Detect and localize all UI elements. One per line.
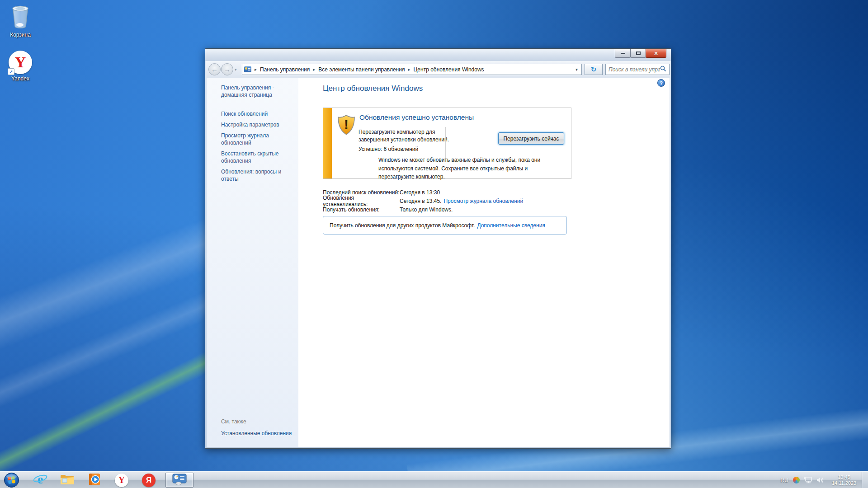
recent-pages-dropdown[interactable]: ▾ [235, 67, 237, 72]
desktop-icon-label: Корзина [0, 32, 41, 38]
sidebar-item-control-panel-home[interactable]: Панель управления - домашняя страница [221, 84, 292, 99]
main-pane: ? Центр обновления Windows ! Обновлен [298, 78, 670, 447]
learn-more-link[interactable]: Дополнительные сведения [477, 222, 545, 229]
refresh-icon: ↻ [591, 66, 597, 74]
taskbar: e [0, 471, 868, 488]
sidebar-item-update-history[interactable]: Просмотр журнала обновлений [221, 132, 292, 146]
update-status-panel: ! Обновления успешно установлены Перезаг… [323, 108, 571, 179]
address-bar[interactable]: ▸ Панель управления ▸ Все элементы панел… [242, 64, 582, 75]
clock-time: 13:45 [828, 474, 860, 480]
minimize-icon [621, 53, 625, 54]
status-note: Windows не может обновить важные файлы и… [378, 156, 557, 181]
promo-text: Получить обновления для других продуктов… [330, 222, 475, 229]
info-row-receive: Получать обновления: Только для Windows. [323, 205, 523, 214]
status-stripe [323, 108, 332, 178]
page-title: Центр обновления Windows [323, 84, 423, 93]
window-titlebar[interactable] [205, 49, 671, 61]
sidebar-item-installed-updates[interactable]: Установленные обновления [221, 430, 292, 436]
update-history-link[interactable]: Просмотр журнала обновлений [443, 198, 523, 204]
show-desktop-button[interactable] [862, 472, 868, 488]
system-tray: RU 13:45 14.11.2023 [778, 472, 868, 488]
desktop-icon-recycle-bin[interactable]: Корзина [0, 4, 41, 38]
folder-icon [60, 474, 75, 487]
svg-text:e: e [38, 472, 43, 486]
yandex-start-icon: Я [142, 474, 156, 487]
forward-button[interactable]: → [221, 63, 233, 75]
status-title: Обновления успешно установлены [359, 113, 474, 122]
taskbar-control-panel-active[interactable] [165, 473, 193, 488]
media-player-icon [88, 473, 101, 488]
desktop-icon-label: Yandex [0, 75, 41, 82]
sidebar: Панель управления - домашняя страница По… [207, 78, 298, 447]
minimize-button[interactable] [615, 49, 631, 58]
info-row-installed: Обновления устанавливались: Сегодня в 13… [323, 197, 523, 205]
breadcrumb-all-items[interactable]: Все элементы панели управления [318, 66, 405, 73]
info-label: Получать обновления: [323, 206, 400, 213]
address-dropdown-icon[interactable]: ▾ [574, 67, 580, 72]
yandex-letter: Y [118, 475, 125, 485]
taskbar-media-player[interactable] [85, 473, 104, 487]
language-indicator[interactable]: RU [778, 477, 791, 483]
security-shield-icon: ! [337, 114, 355, 137]
taskbar-yandex-start[interactable]: Я [139, 473, 158, 487]
recycle-bin-icon [9, 24, 31, 30]
restart-now-button[interactable]: Перезагрузить сейчас [498, 132, 564, 145]
search-input[interactable] [609, 66, 660, 73]
control-panel-icon [244, 66, 251, 72]
forward-icon: → [224, 66, 231, 73]
taskbar-internet-explorer[interactable]: e [31, 473, 50, 487]
sidebar-item-faq[interactable]: Обновления: вопросы и ответы [221, 168, 292, 183]
search-icon [660, 66, 666, 73]
info-value: Сегодня в 13:45. [400, 198, 441, 204]
status-success-count: Успешно: 6 обновлений [359, 146, 418, 152]
maximize-button[interactable] [630, 49, 646, 58]
caption-buttons: × [615, 49, 666, 58]
see-also-header: См. также [221, 418, 246, 425]
search-box[interactable] [605, 64, 670, 75]
desktop-icon-yandex[interactable]: Y ➚ Yandex [0, 51, 41, 82]
taskbar-clock[interactable]: 13:45 14.11.2023 [828, 474, 860, 486]
yandex-letter: Y [15, 55, 26, 70]
yandex-icon: Y ➚ [9, 51, 32, 74]
control-panel-window-icon [172, 474, 187, 487]
sidebar-item-check-updates[interactable]: Поиск обновлений [221, 110, 292, 117]
taskbar-yandex-browser[interactable]: Y [112, 473, 131, 487]
desktop: Корзина Y ➚ Yandex × ← → ▾ ▸ Панель упра… [0, 0, 868, 488]
window-client-area: Панель управления - домашняя страница По… [207, 78, 670, 447]
breadcrumb-separator-icon: ▸ [310, 67, 318, 72]
maximize-icon [636, 52, 641, 55]
breadcrumb-separator-icon: ▸ [405, 67, 413, 72]
breadcrumb-windows-update[interactable]: Центр обновления Windows [413, 66, 484, 73]
refresh-button[interactable]: ↻ [585, 64, 603, 75]
yandex-browser-icon: Y [115, 474, 128, 487]
info-value: Только для Windows. [400, 206, 453, 213]
navigation-toolbar: ← → ▾ ▸ Панель управления ▸ Все элементы… [206, 61, 670, 78]
volume-icon[interactable] [816, 476, 825, 484]
network-icon[interactable] [803, 476, 812, 484]
taskbar-windows-explorer[interactable] [58, 473, 77, 487]
close-button[interactable]: × [646, 49, 666, 58]
info-label: Обновления устанавливались: [323, 195, 400, 207]
breadcrumb-separator-icon: ▸ [251, 67, 260, 72]
sidebar-item-restore-hidden[interactable]: Восстановить скрытые обновления [221, 150, 292, 164]
control-panel-window: × ← → ▾ ▸ Панель управления ▸ Все элемен… [205, 48, 671, 449]
help-button[interactable]: ? [657, 79, 665, 87]
internet-explorer-icon: e [33, 472, 47, 488]
start-button[interactable] [4, 472, 19, 488]
windows-update-tray-icon[interactable] [793, 477, 800, 483]
update-info-rows: Последний поиск обновлений: Сегодня в 13… [323, 188, 523, 214]
help-icon: ? [660, 80, 663, 86]
status-message: Перезагрузите компьютер для завершения у… [359, 128, 462, 144]
close-icon: × [654, 50, 658, 57]
sidebar-item-change-settings[interactable]: Настройка параметров [221, 121, 292, 128]
back-button[interactable]: ← [208, 63, 221, 75]
breadcrumb-control-panel[interactable]: Панель управления [260, 66, 310, 73]
svg-text:!: ! [344, 117, 349, 132]
clock-date: 14.11.2023 [828, 480, 860, 486]
back-icon: ← [211, 66, 218, 73]
info-value: Сегодня в 13:30 [400, 189, 440, 196]
yandex-ya-letter: Я [146, 476, 151, 485]
microsoft-updates-promo: Получить обновления для других продуктов… [323, 216, 567, 235]
shortcut-arrow-icon: ➚ [8, 68, 14, 75]
